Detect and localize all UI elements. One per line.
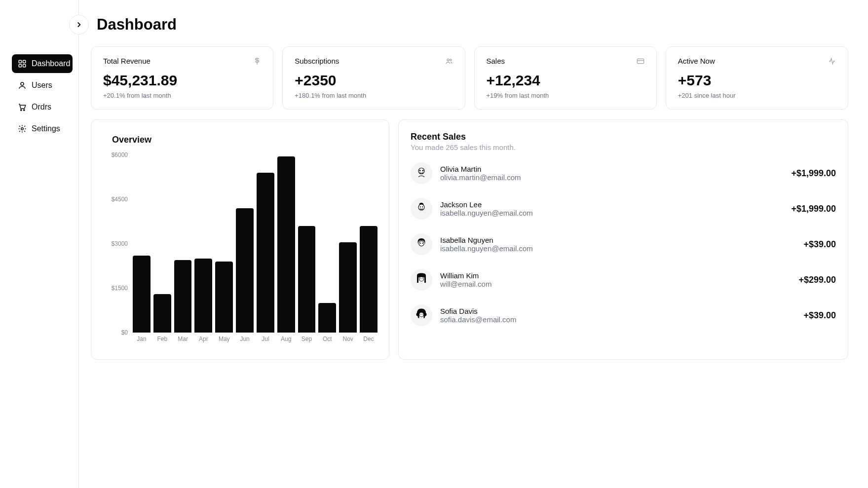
- svg-point-24: [420, 314, 421, 315]
- sidebar-item-label: Settings: [32, 124, 60, 133]
- sale-name: Olivia Martin: [440, 165, 783, 173]
- sidebar-item-settings[interactable]: Settings: [12, 119, 73, 138]
- chart-bar: [194, 259, 212, 333]
- sale-amount: +$39.00: [803, 310, 836, 321]
- card-sales: Sales +12,234 +19% from last month: [474, 46, 657, 110]
- x-tick: Jan: [133, 336, 151, 347]
- svg-point-18: [420, 243, 421, 244]
- svg-point-12: [419, 170, 421, 171]
- svg-rect-10: [637, 59, 643, 63]
- sidebar-item-users[interactable]: Users: [12, 76, 73, 95]
- x-tick: Sep: [298, 336, 316, 347]
- svg-point-5: [21, 110, 22, 111]
- x-tick: Oct: [318, 336, 336, 347]
- chevron-right-icon: [75, 20, 83, 29]
- x-tick: May: [215, 336, 233, 347]
- user-icon: [18, 81, 27, 90]
- svg-point-9: [450, 59, 451, 60]
- card-subtext: +20.1% from last month: [103, 92, 261, 99]
- sale-row: William Kimwill@email.com+$299.00: [411, 269, 836, 291]
- bar-chart: $6000$4500$3000$1500$0 JanFebMarAprMayJu…: [103, 155, 377, 347]
- card-subscriptions: Subscriptions +2350 +180.1% from last mo…: [282, 46, 465, 110]
- users-icon: [445, 57, 453, 65]
- svg-point-16: [422, 206, 423, 207]
- x-tick: Nov: [339, 336, 357, 347]
- sale-name: Jackson Lee: [440, 200, 783, 209]
- svg-point-19: [422, 243, 423, 244]
- svg-point-7: [21, 128, 24, 130]
- svg-point-25: [422, 314, 423, 315]
- sale-name: Isabella Nguyen: [440, 236, 795, 244]
- y-tick: $0: [121, 329, 128, 336]
- sale-amount: +$1,999.00: [791, 168, 836, 179]
- svg-point-6: [24, 110, 25, 111]
- card-subtext: +19% from last month: [487, 92, 644, 99]
- x-tick: Aug: [277, 336, 295, 347]
- card-value: $45,231.89: [103, 72, 261, 89]
- cart-icon: [18, 103, 27, 112]
- sidebar-toggle-button[interactable]: [69, 15, 89, 35]
- credit-card-icon: [637, 57, 644, 65]
- sale-amount: +$39.00: [803, 239, 836, 250]
- sale-amount: +$299.00: [798, 275, 836, 285]
- svg-rect-1: [23, 60, 26, 63]
- sidebar: Dashboard Users Ordrs Settings: [0, 0, 79, 488]
- recent-sales-title: Recent Sales: [411, 132, 836, 142]
- x-tick: Jul: [257, 336, 274, 347]
- chart-bar: [298, 226, 316, 333]
- svg-point-21: [420, 278, 421, 279]
- sale-name: Sofia Davis: [440, 307, 795, 315]
- card-value: +2350: [295, 72, 453, 89]
- chart-bar: [339, 242, 357, 333]
- card-subtext: +180.1% from last month: [295, 92, 453, 99]
- svg-point-13: [422, 170, 424, 171]
- x-tick: Apr: [194, 336, 212, 347]
- dollar-icon: [253, 57, 261, 65]
- chart-bar: [360, 226, 377, 333]
- chart-bar: [153, 294, 171, 333]
- avatar: [411, 162, 432, 184]
- chart-bar: [257, 173, 274, 333]
- sale-email: isabella.nguyen@email.com: [440, 209, 783, 217]
- sale-amount: +$1,999.00: [791, 204, 836, 214]
- avatar: [411, 198, 432, 220]
- card-subtext: +201 since last hour: [678, 92, 836, 99]
- sale-email: will@email.com: [440, 280, 791, 288]
- chart-bar: [133, 256, 151, 333]
- y-tick: $4500: [112, 196, 128, 203]
- sidebar-item-label: Dashboard: [32, 59, 70, 68]
- overview-panel: Overview $6000$4500$3000$1500$0 JanFebMa…: [91, 119, 389, 360]
- y-tick: $6000: [112, 151, 128, 158]
- sale-row: Isabella Nguyenisabella.nguyen@email.com…: [411, 233, 836, 255]
- chart-bar: [174, 260, 192, 333]
- chart-bar: [277, 156, 295, 333]
- sale-email: sofia.davis@email.com: [440, 315, 795, 324]
- svg-rect-3: [23, 65, 26, 67]
- x-tick: Jun: [236, 336, 254, 347]
- sale-row: Olivia Martinolivia.martin@email.com+$1,…: [411, 162, 836, 184]
- page-title: Dashboard: [97, 16, 177, 34]
- svg-point-22: [422, 278, 423, 279]
- avatar: [411, 233, 432, 255]
- card-label: Subscriptions: [295, 57, 339, 65]
- recent-sales-panel: Recent Sales You made 265 sales this mon…: [398, 119, 848, 360]
- main-content: Dashboard Total Revenue $45,231.89 +20.1…: [79, 0, 868, 488]
- activity-icon: [828, 57, 836, 65]
- svg-point-4: [21, 82, 24, 85]
- x-tick: Dec: [360, 336, 377, 347]
- sale-row: Sofia Davissofia.davis@email.com+$39.00: [411, 304, 836, 326]
- svg-rect-0: [19, 60, 21, 63]
- dashboard-icon: [18, 59, 27, 68]
- svg-point-15: [420, 206, 421, 207]
- y-tick: $1500: [112, 285, 128, 292]
- sidebar-item-label: Ordrs: [32, 103, 51, 112]
- chart-bar: [318, 303, 336, 333]
- avatar: [411, 269, 432, 291]
- x-tick: Mar: [174, 336, 192, 347]
- card-label: Sales: [487, 57, 505, 65]
- svg-point-17: [419, 241, 424, 246]
- svg-point-8: [447, 59, 449, 61]
- sidebar-item-dashboard[interactable]: Dashboard: [12, 54, 73, 73]
- sidebar-item-orders[interactable]: Ordrs: [12, 98, 73, 116]
- gear-icon: [18, 124, 27, 133]
